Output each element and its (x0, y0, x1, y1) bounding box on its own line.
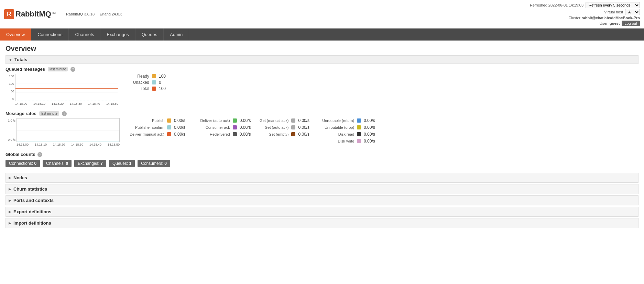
legend-dot-deliver-auto (233, 118, 237, 123)
ports-section: ▶ Ports and contexts (6, 195, 638, 205)
nodes-title: Nodes (13, 175, 27, 180)
legend-label-get-auto: Get (auto ack) (258, 125, 288, 129)
churn-section-header[interactable]: ▶ Churn statistics (6, 184, 638, 194)
top-right-info: Refreshed 2022-06-01 14:19:03 Refresh ev… (530, 2, 640, 26)
legend-value-publish: 0.00/s (174, 118, 185, 123)
legend-dot-unacked (152, 80, 156, 84)
import-title: Import definitions (13, 220, 51, 226)
queued-messages-header: Queued messages last minute ? (6, 67, 638, 72)
logo-text: RabbitMQTM (15, 10, 56, 19)
legend-value-deliver-manual: 0.00/s (174, 132, 185, 137)
refresh-select[interactable]: Refresh every 5 seconds Refresh every 10… (586, 2, 640, 8)
legend-row-consumer-ack: Consumer ack 0.00/s (192, 125, 251, 130)
count-badge-channels[interactable]: Channels: 0 (43, 160, 72, 167)
legend-row-deliver-auto: Deliver (auto ack) 0.00/s (192, 118, 251, 123)
export-section-header[interactable]: ▶ Export definitions (6, 207, 638, 217)
churn-arrow-icon: ▶ (9, 187, 11, 191)
legend-value-redelivered: 0.00/s (240, 132, 251, 137)
legend-label-total: Total (125, 86, 149, 91)
version-info: RabbitMQ 3.8.18 Erlang 24.0.3 (66, 12, 127, 16)
legend-value-total: 100 (159, 86, 166, 91)
legend-dot-redelivered (233, 132, 237, 136)
legend-dot-unroutable-drop (357, 125, 361, 129)
nav-bar: Overview Connections Channels Exchanges … (0, 29, 644, 41)
legend-row-total: Total 100 (125, 86, 166, 91)
legend-value-get-manual: 0.00/s (298, 118, 309, 123)
nav-item-connections[interactable]: Connections (31, 29, 69, 41)
vhost-row: Virtual host All / (604, 9, 640, 15)
logo-icon: R (4, 9, 14, 19)
totals-toggle-icon: ▼ (9, 58, 12, 62)
user-label: User (600, 21, 608, 25)
legend-value-unroutable-return: 0.00/s (364, 118, 375, 123)
global-counts-help-icon[interactable]: ? (37, 152, 42, 157)
legend-label-publisher-confirm: Publisher confirm (127, 125, 164, 129)
nodes-section-header[interactable]: ▶ Nodes (6, 173, 638, 183)
global-counts-header: Global counts ? (6, 152, 638, 157)
rates-col-1: Publish 0.00/s Publisher confirm 0.00/s … (127, 118, 185, 137)
cluster-name: rabbit@chatlabsdeMacBook-Pro (581, 16, 640, 20)
nav-item-queues[interactable]: Queues (135, 29, 164, 41)
legend-row-redelivered: Redelivered 0.00/s (192, 132, 251, 137)
x-axis-rates: 14:18:00 14:18:10 14:18:20 14:18:30 14:1… (6, 143, 120, 146)
message-rates-title: Message rates (6, 111, 36, 116)
message-rates-legend: Publish 0.00/s Publisher confirm 0.00/s … (127, 118, 375, 144)
legend-label-unacked: Unacked (125, 80, 149, 85)
page-title: Overview (6, 45, 638, 53)
legend-row-unacked: Unacked 0 (125, 80, 166, 85)
import-section: ▶ Import definitions (6, 218, 638, 228)
ports-title: Ports and contexts (13, 198, 54, 203)
legend-dot-total (152, 87, 156, 91)
cluster-label: Cluster (568, 16, 580, 20)
churn-title: Churn statistics (13, 186, 47, 192)
username: guest (610, 21, 620, 25)
queued-messages-svg (15, 74, 118, 101)
message-rates-chart-area: 1.0 /s 0.0 /s 14:18:00 14:18:10 (6, 118, 638, 146)
export-arrow-icon: ▶ (9, 210, 11, 214)
logo: R RabbitMQTM (4, 9, 56, 19)
global-counts-section: Global counts ? Connections: 0 Channels:… (6, 152, 638, 167)
nav-item-admin[interactable]: Admin (164, 29, 189, 41)
message-rates-help-icon[interactable]: ? (62, 111, 67, 116)
nav-item-channels[interactable]: Channels (69, 29, 100, 41)
queued-messages-chart (15, 74, 118, 101)
import-section-header[interactable]: ▶ Import definitions (6, 218, 638, 228)
legend-row-get-empty: Get (empty) 0.00/s (258, 132, 309, 137)
totals-title: Totals (14, 57, 27, 62)
refresh-row: Refreshed 2022-06-01 14:19:03 Refresh ev… (530, 2, 640, 8)
count-badge-queues[interactable]: Queues: 1 (109, 160, 135, 167)
rabbitmq-version: RabbitMQ 3.8.18 (66, 12, 95, 16)
cluster-row: Cluster rabbit@chatlabsdeMacBook-Pro (568, 16, 640, 20)
totals-section-header[interactable]: ▼ Totals (6, 55, 638, 64)
message-rates-header: Message rates last minute ? (6, 111, 638, 116)
queued-messages-badge[interactable]: last minute (48, 67, 68, 71)
legend-dot-disk-read (357, 132, 361, 136)
vhost-select[interactable]: All / (625, 9, 640, 15)
legend-row-disk-read: Disk read 0.00/s (316, 132, 375, 137)
legend-dot-unroutable-return (357, 118, 361, 123)
logout-button[interactable]: Log out (622, 21, 640, 26)
legend-label-ready: Ready (125, 74, 149, 79)
y-axis-queued: 150 100 50 0 (6, 74, 15, 101)
legend-row-unroutable-return: Unroutable (return) 0.00/s (316, 118, 375, 123)
logo-tm: TM (51, 11, 56, 14)
legend-value-unroutable-drop: 0.00/s (364, 125, 375, 130)
rates-col-3: Get (manual ack) 0.00/s Get (auto ack) 0… (258, 118, 309, 137)
message-rates-chart-wrapper: 1.0 /s 0.0 /s 14:18:00 14:18:10 (6, 118, 120, 146)
nav-item-overview[interactable]: Overview (0, 29, 31, 41)
legend-dot-get-manual (291, 118, 295, 123)
legend-label-deliver-manual: Deliver (manual ack) (127, 132, 164, 136)
count-badge-exchanges[interactable]: Exchanges: 7 (74, 160, 106, 167)
legend-row-get-auto: Get (auto ack) 0.00/s (258, 125, 309, 130)
export-title: Export definitions (13, 209, 52, 214)
legend-value-ready: 100 (159, 74, 166, 79)
legend-dot-deliver-manual (167, 132, 171, 136)
legend-label-consumer-ack: Consumer ack (192, 125, 230, 129)
nav-item-exchanges[interactable]: Exchanges (100, 29, 135, 41)
ports-section-header[interactable]: ▶ Ports and contexts (6, 195, 638, 205)
queued-messages-help-icon[interactable]: ? (70, 67, 75, 72)
count-badge-connections[interactable]: Connections: 0 (6, 160, 40, 167)
message-rates-badge[interactable]: last minute (39, 111, 59, 116)
legend-row-publish: Publish 0.00/s (127, 118, 185, 123)
count-badge-consumers[interactable]: Consumers: 0 (138, 160, 170, 167)
